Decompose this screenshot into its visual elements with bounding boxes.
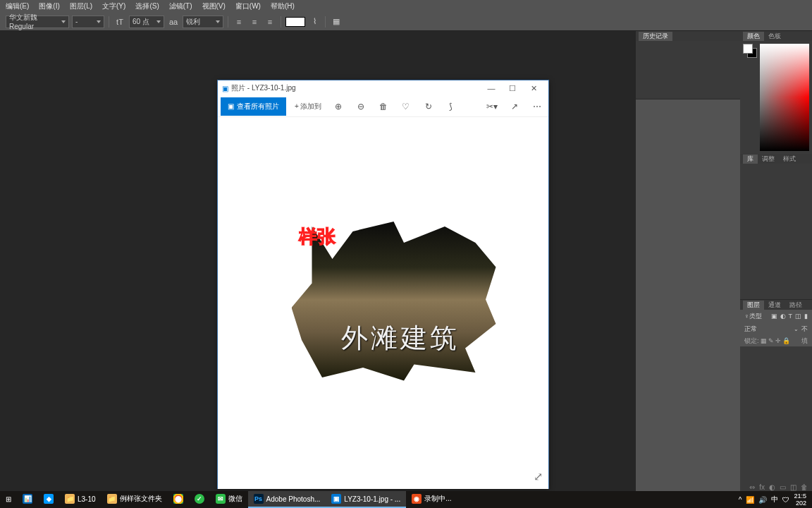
tab-adjustments[interactable]: 调整	[758, 155, 779, 164]
close-button[interactable]: ✕	[523, 82, 544, 95]
task-label: 例样张文件夹	[120, 494, 162, 504]
menu-type[interactable]: 文字(Y)	[102, 1, 125, 11]
filter-toggle[interactable]: ▮	[804, 313, 808, 320]
task-wechat[interactable]: ✉微信	[210, 491, 248, 508]
share-button[interactable]: ↗	[506, 98, 523, 115]
calligraphy-text: 外滩建筑	[341, 320, 460, 356]
fullscreen-button[interactable]: ⤢	[534, 470, 543, 483]
chevron-down-icon	[216, 20, 220, 23]
filter-icon-4[interactable]: ◫	[795, 313, 801, 320]
font-size-input[interactable]: 60 点	[129, 16, 164, 28]
font-size-icon: tT	[113, 16, 126, 28]
task-app1[interactable]: ◆	[38, 491, 59, 508]
menu-edit[interactable]: 编辑(E)	[6, 1, 29, 11]
more-button[interactable]: ⋯	[529, 98, 546, 115]
tab-swatches[interactable]: 色板	[764, 32, 785, 41]
lock-all-icon[interactable]: 🔒	[782, 337, 790, 344]
filter-icon-3[interactable]: T	[789, 313, 793, 320]
new-layer-icon[interactable]: ◫	[790, 483, 796, 491]
align-left-icon[interactable]: ≡	[233, 16, 245, 28]
zoom-out-button[interactable]: ⊖	[352, 98, 369, 115]
menu-help[interactable]: 帮助(H)	[271, 1, 295, 11]
tab-history[interactable]: 历史记录	[639, 32, 672, 41]
tab-layers[interactable]: 图层	[743, 301, 764, 310]
filter-icon-1[interactable]: ▣	[771, 313, 777, 320]
plus-icon: +	[295, 102, 299, 110]
new-group-icon[interactable]: ▭	[780, 483, 786, 491]
menu-filter[interactable]: 滤镜(T)	[169, 1, 192, 11]
font-family-select[interactable]: 华文新魏 Regular	[6, 16, 69, 28]
task-photoshop[interactable]: PsAdobe Photosh...	[248, 491, 326, 508]
align-right-icon[interactable]: ≡	[264, 16, 276, 28]
photos-app-window: ▣ 照片 - LYZ3-10-1.jpg — ☐ ✕ ▣ 查看所有照片 + 添加…	[217, 80, 549, 489]
menu-select[interactable]: 选择(S)	[135, 1, 159, 11]
minimize-button[interactable]: —	[481, 82, 502, 95]
character-panel-icon[interactable]: ▦	[330, 16, 343, 28]
font-size-value: 60 点	[133, 17, 149, 27]
warp-text-icon[interactable]: ⌇	[308, 16, 321, 28]
task-app2[interactable]: ✓	[189, 491, 210, 508]
zoom-in-button[interactable]: ⊕	[330, 98, 347, 115]
photo-viewer[interactable]: 样张 外滩建筑 ⤢	[218, 117, 548, 489]
color-body[interactable]	[740, 41, 812, 154]
layers-list[interactable]	[740, 346, 812, 480]
lock-move-icon[interactable]: ✛	[775, 337, 781, 344]
hue-cube[interactable]	[760, 44, 809, 151]
fg-bg-swatch[interactable]	[743, 44, 757, 58]
font-family-value: 华文新魏 Regular	[9, 13, 61, 30]
taskbar-clock[interactable]: 21:5 202	[794, 492, 806, 507]
maximize-button[interactable]: ☐	[502, 82, 523, 95]
delete-button[interactable]: 🗑	[375, 98, 392, 115]
tab-styles[interactable]: 样式	[779, 155, 800, 164]
tab-color[interactable]: 颜色	[743, 32, 764, 41]
main-menu-bar: 编辑(E) 图像(I) 图层(L) 文字(Y) 选择(S) 滤镜(T) 视图(V…	[0, 0, 812, 13]
tab-paths[interactable]: 路径	[785, 301, 806, 310]
rotate-button[interactable]: ↻	[420, 98, 437, 115]
blend-mode-select[interactable]: 正常	[744, 325, 791, 334]
task-photos[interactable]: ▣LYZ3-10-1.jpg - ...	[326, 491, 406, 508]
filter-icon-2[interactable]: ◐	[780, 313, 786, 320]
task-recording[interactable]: ◉录制中...	[406, 491, 457, 508]
edit-dropdown-button[interactable]: ✂▾	[484, 98, 500, 115]
anti-alias-icon: aa	[167, 16, 180, 28]
tray-ime-icon[interactable]: 中	[771, 495, 778, 504]
task-label: LYZ3-10-1.jpg - ...	[344, 495, 400, 503]
tray-shield-icon[interactable]: 🛡	[782, 496, 789, 504]
tray-volume-icon[interactable]: 🔊	[758, 496, 767, 504]
text-color-swatch[interactable]	[285, 17, 305, 27]
view-all-photos-button[interactable]: ▣ 查看所有照片	[221, 97, 286, 116]
task-chrome[interactable]: ⬤	[168, 491, 189, 508]
font-style-select[interactable]: -	[72, 16, 104, 28]
menu-layer[interactable]: 图层(L)	[70, 1, 92, 11]
delete-layer-icon[interactable]: 🗑	[801, 483, 808, 491]
crop-button[interactable]: ⟆	[443, 98, 460, 115]
separator	[228, 16, 228, 28]
gallery-icon: ▣	[228, 102, 234, 110]
photos-titlebar[interactable]: ▣ 照片 - LYZ3-10-1.jpg — ☐ ✕	[218, 80, 548, 96]
tab-library[interactable]: 库	[743, 155, 758, 164]
library-body[interactable]	[740, 164, 812, 299]
tray-up-icon[interactable]: ^	[739, 496, 742, 504]
tray-network-icon[interactable]: 📶	[746, 496, 754, 504]
chevron-down-icon	[61, 20, 66, 23]
link-layers-icon[interactable]: ⇔	[749, 483, 755, 491]
opacity-label: 不	[801, 325, 808, 334]
add-to-button[interactable]: + 添加到	[292, 98, 324, 115]
layer-mask-icon[interactable]: ◐	[769, 483, 775, 491]
task-label: L3-10	[78, 495, 96, 503]
layer-fx-icon[interactable]: fx	[759, 483, 765, 491]
task-folder1[interactable]: 📁L3-10	[59, 491, 102, 508]
task-folder2[interactable]: 📁例样张文件夹	[102, 491, 168, 508]
menu-image[interactable]: 图像(I)	[39, 1, 59, 11]
tab-channels[interactable]: 通道	[764, 301, 785, 310]
menu-view[interactable]: 视图(V)	[202, 1, 226, 11]
menu-window[interactable]: 窗口(W)	[235, 1, 261, 11]
lock-icon[interactable]: ▦	[761, 337, 767, 344]
task-calc[interactable]: 📊	[17, 491, 38, 508]
favorite-button[interactable]: ♡	[398, 98, 414, 115]
anti-alias-select[interactable]: 锐利	[183, 16, 223, 28]
lock-pos-icon[interactable]: ✎	[768, 337, 774, 344]
align-center-icon[interactable]: ≡	[248, 16, 261, 28]
fg-color[interactable]	[743, 44, 753, 54]
task-view-button[interactable]: ⊞	[0, 491, 17, 508]
